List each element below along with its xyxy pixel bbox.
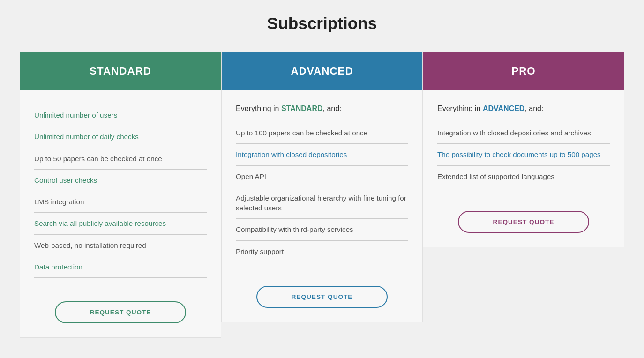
card-advanced-footer: REQUEST QUOTE — [222, 272, 422, 322]
cards-container: STANDARDUnlimited number of usersUnlimit… — [9, 52, 635, 338]
card-standard-feature-0: Unlimited number of users — [34, 104, 207, 126]
card-standard-feature-list: Unlimited number of usersUnlimited numbe… — [34, 104, 207, 278]
card-standard-feature-6: Web-based, no installation required — [34, 235, 207, 256]
card-pro-feature-2: Extended list of supported languages — [437, 166, 610, 187]
card-advanced-request-quote-button[interactable]: REQUEST QUOTE — [256, 286, 388, 308]
card-standard-feature-4: LMS integration — [34, 191, 207, 213]
card-pro-feature-list: Integration with closed depositories and… — [437, 122, 610, 187]
card-pro-request-quote-button[interactable]: REQUEST QUOTE — [458, 211, 589, 233]
card-pro-feature-1: The possibility to check documents up to… — [437, 144, 610, 165]
card-standard-header: STANDARD — [20, 52, 221, 90]
card-pro-feature-0: Integration with closed depositories and… — [437, 122, 610, 144]
card-advanced-body: Everything in STANDARD, and:Up to 100 pa… — [222, 90, 422, 272]
card-advanced-header-title: ADVANCED — [231, 65, 413, 77]
card-standard-body: Unlimited number of usersUnlimited numbe… — [20, 90, 221, 287]
card-advanced-feature-1: Integration with closed depositories — [236, 144, 408, 165]
card-standard-header-title: STANDARD — [30, 65, 211, 77]
card-standard-feature-1: Unlimited number of daily checks — [34, 126, 207, 148]
card-pro-body: Everything in ADVANCED, and:Integration … — [423, 90, 624, 197]
card-standard-request-quote-button[interactable]: REQUEST QUOTE — [55, 301, 186, 323]
card-pro: PROEverything in ADVANCED, and:Integrati… — [423, 52, 624, 247]
card-advanced-feature-4: Compatibility with third-party services — [236, 219, 408, 240]
card-standard-footer: REQUEST QUOTE — [20, 287, 221, 337]
page-title: Subscriptions — [9, 14, 635, 33]
card-standard-feature-2: Up to 50 papers can be checked at once — [34, 148, 207, 170]
card-advanced-feature-list: Up to 100 papers can be checked at onceI… — [236, 122, 408, 262]
card-advanced-feature-0: Up to 100 papers can be checked at once — [236, 122, 408, 144]
card-standard-feature-3: Control user checks — [34, 170, 207, 191]
card-standard-feature-7: Data protection — [34, 256, 207, 278]
card-standard: STANDARDUnlimited number of usersUnlimit… — [20, 52, 221, 338]
card-pro-header-title: PRO — [433, 65, 614, 77]
card-advanced-intro: Everything in STANDARD, and: — [236, 104, 408, 113]
card-advanced-header: ADVANCED — [222, 52, 422, 90]
card-pro-header: PRO — [423, 52, 624, 90]
card-advanced-feature-5: Priority support — [236, 241, 408, 262]
card-advanced-feature-3: Adjustable organizational hierarchy with… — [236, 187, 408, 219]
card-pro-footer: REQUEST QUOTE — [423, 197, 624, 247]
card-standard-feature-5: Search via all publicly available resour… — [34, 213, 207, 234]
card-advanced-feature-2: Open API — [236, 166, 408, 187]
card-advanced: ADVANCEDEverything in STANDARD, and:Up t… — [221, 52, 423, 322]
card-pro-intro: Everything in ADVANCED, and: — [437, 104, 610, 113]
